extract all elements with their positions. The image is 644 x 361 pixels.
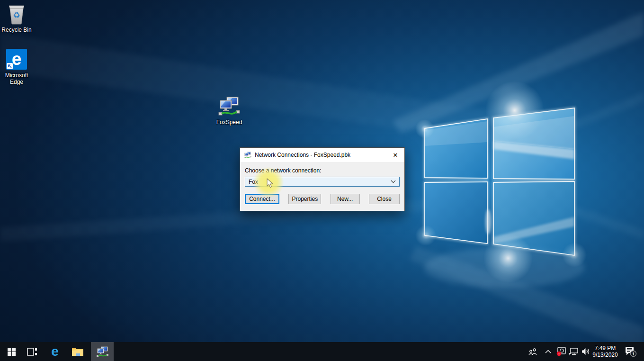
close-button[interactable]: Close: [369, 194, 400, 204]
action-center-button[interactable]: 1: [622, 342, 639, 361]
update-status-button[interactable]: !: [555, 342, 567, 361]
speaker-icon: [581, 348, 590, 355]
taskbar: e: [0, 342, 644, 361]
recycle-glyph: ♻: [13, 11, 20, 20]
prompt-label: Choose a network connection:: [245, 167, 400, 174]
edge-icon: e: [51, 342, 59, 361]
combobox-value: Fox: [249, 179, 258, 185]
new-button[interactable]: New...: [331, 194, 360, 204]
wired-network-icon: [569, 348, 578, 356]
svg-text:!: !: [558, 352, 560, 356]
tray-expand-button[interactable]: [542, 342, 554, 361]
foxspeed-dialup-icon: [218, 95, 241, 117]
desktop: ♻ Recycle Bin e Microsoft Edge FoxSpeed …: [0, 0, 644, 361]
desktop-icon-foxspeed[interactable]: FoxSpeed: [213, 95, 246, 126]
chevron-down-icon: [391, 180, 396, 183]
clock-time: 7:49 PM: [595, 345, 616, 352]
start-button[interactable]: [0, 342, 23, 361]
network-tray-button[interactable]: [567, 342, 580, 361]
desktop-icon-label: Recycle Bin: [0, 27, 33, 33]
properties-button[interactable]: Properties: [288, 194, 321, 204]
network-connection-combobox[interactable]: Fox: [245, 177, 400, 187]
people-icon: [528, 348, 537, 355]
edge-taskbar-button[interactable]: e: [44, 342, 66, 361]
recycle-bin-icon: ♻: [5, 2, 28, 25]
action-center-icon: 1: [625, 346, 637, 357]
windows-logo-icon: [8, 348, 16, 356]
shortcut-arrow-icon: [7, 63, 13, 69]
desktop-icon-label: FoxSpeed: [213, 119, 246, 126]
notification-count: 1: [632, 351, 635, 356]
network-connections-app-button[interactable]: [91, 342, 114, 361]
file-explorer-button[interactable]: [66, 342, 89, 361]
connect-button[interactable]: Connect...: [245, 194, 279, 204]
volume-button[interactable]: [580, 342, 592, 361]
dialog-body: Choose a network connection: Fox Connect…: [240, 162, 404, 204]
close-icon: ✕: [393, 152, 398, 159]
dialog-button-row: Connect... Properties New... Close: [245, 194, 400, 204]
network-connections-dialog: Network Connections - FoxSpeed.pbk ✕ Cho…: [240, 147, 405, 211]
people-button[interactable]: [526, 342, 540, 361]
dialog-close-button[interactable]: ✕: [386, 148, 404, 162]
dialog-title: Network Connections - FoxSpeed.pbk: [255, 152, 386, 158]
dialog-titlebar[interactable]: Network Connections - FoxSpeed.pbk ✕: [240, 148, 404, 162]
dialup-network-icon: [244, 151, 251, 159]
clock[interactable]: 7:49 PM 9/13/2020: [591, 342, 619, 361]
edge-icon: e: [6, 49, 27, 70]
update-alert-icon: !: [556, 347, 566, 356]
folder-icon: [72, 347, 84, 357]
network-monitors-icon: [96, 345, 109, 358]
task-view-icon: [27, 348, 37, 356]
desktop-icon-microsoft-edge[interactable]: e Microsoft Edge: [0, 48, 33, 85]
desktop-icon-label: Microsoft Edge: [0, 72, 33, 85]
chevron-up-icon: [545, 350, 551, 353]
desktop-icon-recycle-bin[interactable]: ♻ Recycle Bin: [0, 2, 33, 33]
task-view-button[interactable]: [21, 342, 44, 361]
clock-date: 9/13/2020: [592, 352, 617, 358]
